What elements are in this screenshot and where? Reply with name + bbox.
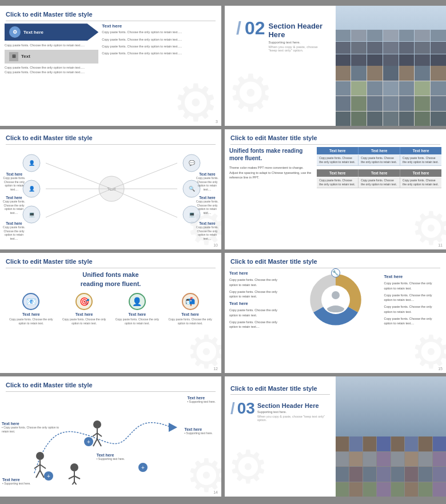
slide6-content: Text here Copy paste fonts. Choose the o…	[225, 271, 446, 329]
slide5-sub-4: Copy paste fonts. Choose the only option…	[168, 318, 213, 326]
svg-text:💻: 💻	[29, 211, 35, 218]
svg-point-29	[36, 452, 44, 460]
wrench-icon: 🔧	[331, 268, 340, 277]
th1-2: Text here	[359, 147, 400, 154]
slide2-right-panel	[336, 6, 447, 126]
slide6-sub-l4: Copy paste fonts. Choose the only option…	[229, 320, 287, 330]
journey-label-3: Text here • Supporting text here.	[184, 427, 213, 435]
slide4-content: Unified fonts make reading more fluent. …	[225, 147, 446, 188]
svg-line-43	[69, 476, 74, 479]
th2-2: Text here	[359, 169, 400, 177]
th2-1: Text here	[317, 169, 359, 177]
svg-point-21	[332, 291, 340, 299]
svg-point-0	[99, 176, 124, 201]
slide5-sub-3: Copy paste fonts. Choose the only option…	[114, 318, 160, 326]
svg-line-39	[93, 439, 97, 446]
slide5-label-1: Text here	[8, 312, 54, 316]
table2-header: Text here Text here Text here	[317, 169, 441, 177]
slide-5-title: Click to edit Master title style	[0, 253, 221, 268]
svg-text:👤: 👤	[29, 160, 35, 166]
td1-2: Copy paste fonts. Choose the only option…	[359, 155, 400, 166]
td2-1: Copy paste fonts. Choose the only option…	[317, 177, 359, 188]
slide-1: Click to edit Master title style ⚙ Text …	[0, 6, 221, 126]
table1-row: Copy paste fonts. Choose the only option…	[317, 155, 441, 166]
slide-7-title: Click to edit Master title style	[0, 376, 221, 391]
slide1-text-here-1: Text here	[23, 30, 43, 35]
slide6-sub-l3: Copy paste fonts. Choose the only option…	[229, 308, 287, 318]
section-supporting-8: Supporting text here.	[257, 410, 330, 414]
slide4-heading: Unified fonts make reading more fluent.	[229, 147, 312, 162]
slide-6: Click to edit Master title style Text he…	[225, 253, 446, 373]
svg-line-7	[112, 189, 177, 217]
slide4-table: Text here Text here Text here Copy paste…	[317, 147, 441, 188]
slide6-label-l2: Text here	[229, 301, 287, 306]
svg-point-41	[70, 463, 78, 471]
slide5-icon-item-3: 👤 Text here Copy paste fonts. Choose the…	[114, 293, 160, 326]
slide-4-number: 11	[438, 243, 443, 247]
slide5-icon-item-1: 📧 Text here Copy paste fonts. Choose the…	[8, 293, 54, 326]
slide-5: Click to edit Master title style Unified…	[0, 253, 221, 373]
td1-3: Copy paste fonts. Choose the only option…	[400, 155, 441, 166]
slide6-sub-r1: Copy paste fonts. Choose the only option…	[384, 281, 441, 291]
journey-label-4: Text here • Supporting text here.	[97, 453, 125, 461]
slide6-label-r1: Text here	[384, 274, 441, 279]
section-header-title-2: Section Header Here	[268, 22, 324, 39]
building-facade-top	[336, 30, 447, 66]
slide-4-title: Click to edit Master title style	[225, 129, 446, 144]
slide5-sub-1: Copy paste fonts. Choose the only option…	[8, 318, 54, 326]
slide8-left: Click to edit Master title style / 03 Se…	[225, 376, 336, 497]
slide-3-title: Click to edit Master title style	[0, 129, 221, 144]
td1-1: Copy paste fonts. Choose the only option…	[317, 155, 359, 166]
th2-3: Text here	[400, 169, 441, 177]
slide5-unified-heading: Unified fonts makereading more fluent.	[6, 271, 216, 288]
slide5-sub-2: Copy paste fonts. Choose the only option…	[61, 318, 107, 326]
svg-line-44	[74, 476, 80, 479]
slide6-sub-r2: Copy paste fonts. Choose the only option…	[384, 293, 441, 303]
td2-3: Copy paste fonts. Choose the only option…	[400, 177, 441, 188]
svg-text:+: +	[141, 465, 145, 471]
slide5-label-4: Text here	[168, 312, 213, 316]
section-instruction-2: When you copy & paste, choose "keep text…	[268, 45, 324, 52]
section-03-num: 03	[237, 400, 255, 416]
slide-3-number: 10	[213, 243, 218, 247]
building-facade-bottom	[336, 66, 447, 126]
donut-svg	[307, 271, 364, 328]
slide6-center: 🔧	[290, 271, 381, 328]
svg-line-32	[40, 465, 46, 469]
slide-7-number: 14	[213, 490, 218, 494]
slide4-left: Unified fonts make reading more fluent. …	[229, 147, 312, 188]
section-number-02: /	[236, 19, 241, 37]
slide1-text2: Text	[21, 54, 30, 59]
section-instruction-8: When you copy & paste, choose "keep text…	[257, 415, 330, 422]
svg-line-33	[36, 470, 40, 478]
slide1-copy7: Copy paste fonts. Choose the only option…	[102, 51, 217, 55]
slide1-text-here-r: Text here	[102, 23, 217, 29]
svg-line-31	[34, 465, 40, 469]
slide1-copy5: Copy paste fonts. Choose the only option…	[102, 37, 217, 42]
sky-area	[336, 6, 447, 66]
journey-label-5: Text here • Supporting text here.	[2, 478, 31, 485]
slide-6-number: 15	[438, 367, 443, 371]
slide5-icon-row: 📧 Text here Copy paste fonts. Choose the…	[0, 293, 221, 326]
slide5-icon-item-2: 🎯 Text here Copy paste fonts. Choose the…	[61, 293, 107, 326]
slide-7: Click to edit Master title style + + +	[0, 376, 221, 497]
slide5-icon-3: 👤	[129, 293, 146, 310]
slide5-heading-area: Unified fonts makereading more fluent.	[0, 271, 221, 288]
slide1-copy6: Copy paste fonts. Choose the only option…	[102, 44, 217, 49]
svg-line-5	[112, 163, 177, 189]
svg-line-34	[40, 470, 44, 478]
slide5-icon-item-4: 📬 Text here Copy paste fonts. Choose the…	[168, 293, 213, 326]
th1-1: Text here	[317, 147, 359, 154]
slide5-icon-2: 🎯	[75, 293, 93, 310]
journey-label-2: Text here • Supporting text here.	[187, 396, 216, 403]
slide8-section-area: / 03 Section Header Here Supporting text…	[230, 400, 330, 422]
gear-watermark-4: ⚙	[411, 202, 446, 249]
slide6-label-l1: Text here	[229, 271, 287, 276]
slide-1-number: 3	[216, 120, 218, 124]
slide-1-title: Click to edit Master title style	[0, 6, 221, 21]
journey-label-1: Text here • Copy paste fonts. Choose the…	[2, 422, 59, 434]
slide6-left: Text here Copy paste fonts. Choose the o…	[229, 271, 287, 329]
td2-2: Copy paste fonts. Choose the only option…	[359, 177, 400, 188]
svg-line-2	[46, 163, 112, 189]
slides-grid: Click to edit Master title style ⚙ Text …	[0, 6, 446, 497]
